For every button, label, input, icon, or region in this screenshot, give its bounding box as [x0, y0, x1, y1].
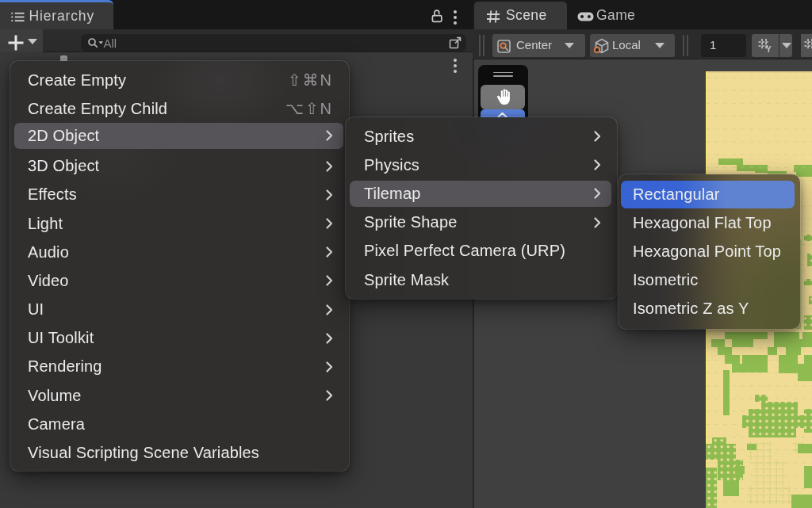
svg-text:Y: Y — [766, 45, 772, 54]
